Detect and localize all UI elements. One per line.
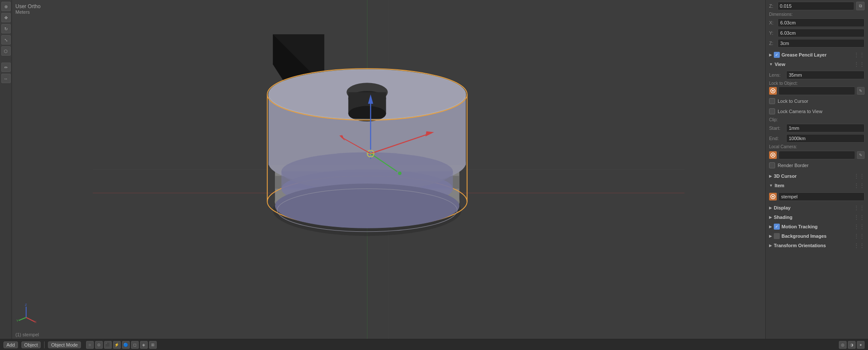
transform-orientations-title: Transform Orientations bbox=[774, 243, 852, 248]
clip-end-row: End: 1000km bbox=[766, 133, 868, 144]
dim-z-field[interactable]: 3cm bbox=[778, 39, 865, 48]
clip-start-label: Start: bbox=[769, 126, 784, 131]
svg-point-54 bbox=[772, 196, 774, 197]
dim-x-value: 6.03cm bbox=[780, 20, 796, 25]
item-title: Item bbox=[775, 183, 852, 188]
tool-transform[interactable]: ⬡ bbox=[1, 46, 11, 56]
item-name-field[interactable]: stempel bbox=[779, 192, 865, 201]
view-arrow: ▼ bbox=[769, 62, 773, 66]
dim-z-label: Z: bbox=[769, 41, 776, 46]
local-camera-edit-btn[interactable]: ✎ bbox=[857, 151, 865, 159]
display-arrow: ▶ bbox=[769, 206, 772, 210]
viewport[interactable]: User Ortho Meters bbox=[12, 0, 765, 339]
display-title: Display bbox=[774, 205, 852, 210]
dim-y-field[interactable]: 6.03cm bbox=[778, 29, 865, 37]
tool-scale[interactable]: ⤡ bbox=[1, 35, 11, 45]
render-border-label: Render Border bbox=[778, 163, 808, 168]
background-images-header[interactable]: ▶ Background Images ⋮⋮ bbox=[766, 231, 868, 241]
item-section-header[interactable]: ▼ Item ⋮⋮ bbox=[766, 181, 868, 190]
tool-measure[interactable]: ↔ bbox=[1, 74, 11, 83]
toolbar-icon-2[interactable]: ⊙ bbox=[95, 341, 103, 349]
toolbar-icon-8[interactable]: ⊞ bbox=[149, 341, 157, 349]
z-input-field[interactable]: 0.015 bbox=[778, 2, 854, 10]
lock-camera-to-view-checkbox[interactable] bbox=[769, 108, 775, 114]
clip-start-row: Start: 1mm bbox=[766, 123, 868, 133]
object-button[interactable]: Object bbox=[21, 341, 41, 348]
item-section-content: stempel bbox=[766, 190, 868, 203]
local-camera-label: Local Camera: bbox=[766, 144, 868, 150]
lock-object-edit-btn[interactable]: ✎ bbox=[857, 87, 865, 95]
cursor-3d-arrow: ▶ bbox=[769, 174, 772, 178]
toolbar-icon-1[interactable]: ○ bbox=[86, 341, 94, 349]
z-value: 0.015 bbox=[780, 3, 792, 9]
z-field-row: Z: 0.015 ⧉ bbox=[766, 0, 868, 11]
local-camera-field: ✎ bbox=[769, 151, 865, 159]
z-label: Z: bbox=[769, 3, 776, 9]
lock-object-icon bbox=[769, 87, 777, 95]
shading-dots: ⋮⋮ bbox=[853, 214, 865, 221]
z-copy-button[interactable]: ⧉ bbox=[856, 2, 865, 10]
add-button[interactable]: Add bbox=[3, 341, 18, 348]
shading-section-header[interactable]: ▶ Shading ⋮⋮ bbox=[766, 212, 868, 222]
clip-end-value: 1000km bbox=[789, 136, 805, 141]
tool-rotate[interactable]: ↻ bbox=[1, 24, 11, 33]
render-border-checkbox[interactable] bbox=[769, 162, 775, 168]
lock-to-object-row: Lock to Object: ✎ bbox=[766, 80, 868, 96]
local-camera-name-field[interactable] bbox=[779, 151, 855, 159]
lock-to-cursor-row: Lock to Cursor bbox=[766, 96, 868, 106]
lock-camera-to-view-row: Lock Camera to View bbox=[766, 106, 868, 117]
scene-viewport[interactable] bbox=[12, 0, 765, 339]
object-mode-button[interactable]: Object Mode bbox=[48, 341, 81, 348]
background-images-dots: ⋮⋮ bbox=[853, 233, 865, 239]
viewport-shading-1[interactable]: ◎ bbox=[839, 341, 847, 349]
shading-title: Shading bbox=[774, 215, 852, 220]
dim-z-row: Z: 3cm bbox=[766, 38, 868, 48]
grease-pencil-toggle[interactable]: ✓ bbox=[774, 52, 780, 58]
toolbar-icon-7[interactable]: ◈ bbox=[140, 341, 148, 349]
motion-tracking-header[interactable]: ▶ ✓ Motion Tracking ⋮⋮ bbox=[766, 222, 868, 231]
lens-label: Lens: bbox=[769, 72, 784, 78]
toolbar-icon-6[interactable]: ◻ bbox=[131, 341, 139, 349]
svg-point-30 bbox=[275, 184, 459, 228]
item-name-row: stempel bbox=[766, 191, 868, 202]
view-section-header[interactable]: ▼ View ⋮⋮ bbox=[766, 60, 868, 69]
dimensions-label: Dimensions: bbox=[766, 11, 868, 18]
background-images-toggle[interactable] bbox=[774, 233, 780, 239]
grease-pencil-dots: ⋮⋮ bbox=[853, 51, 865, 58]
toolbar-icon-5[interactable]: 🔵 bbox=[122, 341, 130, 349]
lock-to-object-label: Lock to Object: bbox=[769, 81, 865, 86]
display-section-header[interactable]: ▶ Display ⋮⋮ bbox=[766, 203, 868, 212]
grease-pencil-header[interactable]: ▶ ✓ Grease Pencil Layer ⋮⋮ bbox=[766, 50, 868, 60]
tool-cursor[interactable]: ⊕ bbox=[1, 2, 11, 11]
toolbar-icon-3[interactable]: ⬛ bbox=[104, 341, 112, 349]
lens-row: Lens: 35mm bbox=[766, 70, 868, 80]
toolbar-icon-4[interactable]: ⚡ bbox=[113, 341, 121, 349]
transform-orientations-header[interactable]: ▶ Transform Orientations ⋮⋮ bbox=[766, 241, 868, 250]
motion-tracking-toggle[interactable]: ✓ bbox=[774, 224, 780, 230]
viewport-shading-3[interactable]: ● bbox=[857, 341, 865, 349]
tool-annotate[interactable]: ✏ bbox=[1, 63, 11, 72]
lock-object-field[interactable] bbox=[779, 87, 855, 95]
cursor-3d-header[interactable]: ▶ 3D Cursor ⋮⋮ bbox=[766, 171, 868, 181]
motion-tracking-dots: ⋮⋮ bbox=[853, 223, 865, 230]
clip-start-value: 1mm bbox=[789, 126, 799, 131]
lock-to-cursor-checkbox[interactable] bbox=[769, 98, 775, 104]
clip-end-label: End: bbox=[769, 136, 784, 141]
dim-y-label: Y: bbox=[769, 30, 776, 36]
dim-x-field[interactable]: 6.03cm bbox=[778, 18, 865, 27]
dim-z-value: 3cm bbox=[780, 41, 789, 46]
lens-field[interactable]: 35mm bbox=[786, 71, 865, 79]
item-object-icon bbox=[769, 193, 777, 200]
tool-move[interactable]: ✥ bbox=[1, 13, 11, 22]
dim-y-value: 6.03cm bbox=[780, 30, 796, 36]
transform-orientations-arrow: ▶ bbox=[769, 243, 772, 248]
right-panel: Z: 0.015 ⧉ Dimensions: X: 6.03cm Y: 6.03… bbox=[765, 0, 868, 339]
clip-start-field[interactable]: 1mm bbox=[786, 124, 865, 132]
view-title: View bbox=[775, 62, 852, 67]
clip-end-field[interactable]: 1000km bbox=[786, 134, 865, 143]
viewport-shading-2[interactable]: ◑ bbox=[848, 341, 856, 349]
local-camera-field-row: ✎ bbox=[766, 150, 868, 160]
svg-point-50 bbox=[772, 90, 774, 92]
lens-value: 35mm bbox=[789, 72, 802, 78]
view-section-content: Lens: 35mm Lock to Object: bbox=[766, 69, 868, 171]
